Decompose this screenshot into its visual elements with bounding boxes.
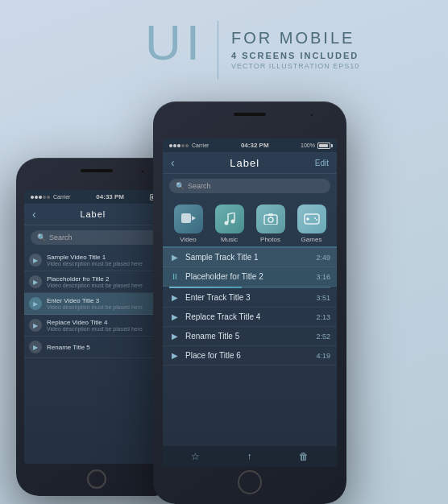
vector-info-text: VECTOR ILLUSTRATION EPS10: [231, 62, 359, 70]
list-item[interactable]: ▶ Sample Track Title 1 2:49: [163, 248, 337, 267]
back-button-left[interactable]: ‹: [32, 208, 36, 221]
header: UI FOR MOBILE 4 SCREENS INCLUDED VECTOR …: [145, 18, 359, 79]
search-placeholder-left: Search: [49, 233, 73, 242]
play-icon-v4: ▶: [29, 319, 42, 332]
svg-point-3: [230, 220, 234, 224]
play-icon-t5: ▶: [169, 332, 180, 341]
video-label: Video: [180, 236, 196, 243]
track-duration-6: 4:19: [316, 352, 330, 360]
track-title-1: Sample Track Title 1: [185, 253, 311, 262]
play-icon-t6: ▶: [169, 351, 180, 360]
play-icon-t4: ▶: [169, 312, 180, 321]
play-icon-t1: ▶: [169, 253, 180, 262]
track-title-6: Place for Title 6: [185, 351, 311, 360]
track-duration-4: 2:13: [316, 313, 330, 321]
delete-icon[interactable]: 🗑: [299, 451, 309, 462]
photos-category-icon: [256, 204, 285, 233]
list-item[interactable]: ▶ Replace Track Title 4 2:13: [163, 308, 337, 327]
svg-rect-0: [181, 213, 191, 223]
video-title-5: Rename Title 5: [47, 344, 164, 351]
svg-marker-1: [192, 216, 196, 221]
list-item[interactable]: ▶ Replace Video Title 4 Video descriptio…: [24, 315, 169, 337]
share-icon[interactable]: ↑: [247, 451, 251, 462]
favorite-icon[interactable]: ☆: [191, 451, 200, 462]
play-icon-t3: ▶: [169, 293, 180, 302]
svg-rect-6: [268, 213, 273, 216]
list-item[interactable]: ▶ Rename Title 5 2:52: [163, 327, 337, 346]
list-item[interactable]: ⏸ Placeholder for Title 2 3:16: [163, 267, 337, 287]
list-item[interactable]: ▶ Enter Track Title 3 3:51: [163, 288, 337, 308]
category-music[interactable]: Music: [215, 204, 244, 243]
track-duration-1: 2:49: [316, 254, 330, 262]
nav-title-right: Label: [230, 157, 259, 169]
time-left: 04:33 PM: [96, 193, 124, 200]
search-bar-right[interactable]: 🔍 Search: [169, 179, 330, 193]
list-item[interactable]: ▶ Placeholder fro Title 2 Video descript…: [24, 271, 169, 293]
list-item[interactable]: ▶ Sample Video Title 1 Video description…: [24, 250, 169, 271]
battery-icon-right: [317, 143, 330, 149]
video-title-2: Placeholder fro Title 2: [47, 275, 164, 283]
search-icon-right: 🔍: [176, 182, 185, 190]
nav-bar-left: ‹ Label: [24, 204, 169, 225]
games-label: Games: [301, 236, 322, 243]
phone-speaker-right: [234, 113, 266, 116]
track-duration-3: 3:51: [316, 294, 330, 302]
ui-text: UI: [145, 18, 205, 68]
track-duration-2: 3:16: [316, 273, 330, 281]
track-list: ▶ Sample Track Title 1 2:49 ⏸ Placeholde…: [163, 248, 337, 366]
signal-dots-left: [31, 196, 50, 199]
carrier-left: Carrier: [53, 194, 70, 200]
status-bar-right: Carrier 04:32 PM 100%: [163, 138, 337, 152]
header-info: FOR MOBILE 4 SCREENS INCLUDED VECTOR ILL…: [231, 18, 359, 70]
phone-screen-right: Carrier 04:32 PM 100% ‹ Label Edit 🔍: [163, 138, 337, 467]
nav-bar-right: ‹ Label Edit: [163, 152, 337, 174]
track-title-4: Replace Track Title 4: [185, 312, 311, 321]
search-placeholder-right: Search: [188, 182, 211, 190]
phones-container: Carrier 04:33 PM ‹ Label 🔍 Search: [16, 101, 432, 504]
svg-point-2: [224, 221, 228, 225]
play-icon-v3: ▶: [29, 297, 42, 310]
photos-label: Photos: [260, 236, 280, 243]
svg-point-5: [268, 217, 273, 222]
video-title-3: Enter Video Title 3: [47, 297, 164, 304]
play-icon-v2: ▶: [29, 275, 42, 288]
phone-screen-left: Carrier 04:33 PM ‹ Label 🔍 Search: [24, 190, 169, 464]
carrier-right: Carrier: [192, 143, 209, 148]
video-desc-4: Video description must be plased here: [47, 326, 164, 332]
video-category-icon: [174, 204, 203, 233]
edit-button-right[interactable]: Edit: [315, 159, 329, 167]
svg-point-10: [314, 217, 316, 219]
list-item[interactable]: ▶ Enter Video Title 3 Video description …: [24, 293, 169, 315]
time-right: 04:32 PM: [241, 142, 269, 149]
screens-included-text: 4 SCREENS INCLUDED: [231, 51, 359, 60]
for-mobile-text: FOR MOBILE: [231, 29, 359, 48]
search-bar-left[interactable]: 🔍 Search: [31, 230, 163, 245]
phone-camera-right: [309, 113, 314, 118]
svg-rect-4: [264, 215, 277, 225]
video-desc-2: Video description must be plased here: [47, 283, 164, 288]
home-button-right[interactable]: [238, 470, 262, 494]
list-item[interactable]: ▶ Place for Title 6 4:19: [163, 346, 337, 366]
track-title-3: Enter Track Title 3: [185, 293, 311, 302]
signal-dots-right: [169, 144, 189, 147]
search-icon-left: 🔍: [37, 233, 46, 242]
back-button-right[interactable]: ‹: [171, 156, 175, 169]
category-video[interactable]: Video: [174, 204, 203, 243]
svg-point-11: [316, 219, 317, 221]
video-desc-3: Video description must be plased here: [47, 304, 164, 310]
status-bar-left: Carrier 04:33 PM: [24, 190, 169, 204]
track-title-2: Placeholder for Title 2: [185, 272, 311, 281]
home-button-left[interactable]: [87, 469, 106, 489]
video-title-1: Sample Video Title 1: [47, 254, 164, 261]
battery-percent: 100%: [301, 143, 315, 148]
category-photos[interactable]: Photos: [256, 204, 285, 243]
play-icon-v5: ▶: [29, 341, 42, 353]
track-duration-5: 2:52: [316, 333, 330, 341]
video-desc-1: Video description must be plased here: [47, 261, 164, 266]
list-item[interactable]: ▶ Rename Title 5: [24, 337, 169, 358]
video-list: ▶ Sample Video Title 1 Video description…: [24, 250, 169, 358]
phone-camera-left: [140, 169, 145, 174]
phone-speaker-left: [81, 169, 113, 172]
phone-right: Carrier 04:32 PM 100% ‹ Label Edit 🔍: [153, 101, 346, 504]
category-games[interactable]: Games: [297, 204, 326, 243]
